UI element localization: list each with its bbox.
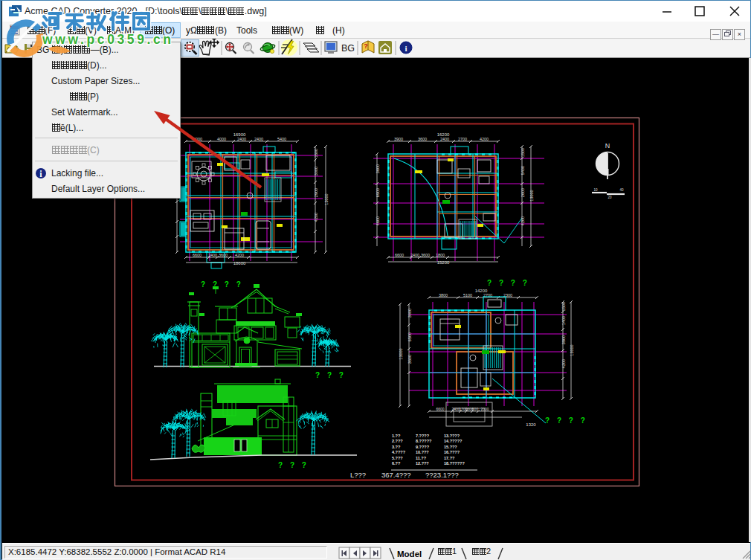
svg-text:6600: 6600	[193, 253, 202, 257]
svg-text:14.?????: 14.?????	[444, 439, 462, 443]
svg-text:1320: 1320	[526, 422, 536, 427]
svg-text:10: 10	[593, 188, 598, 192]
svg-text:2400: 2400	[410, 253, 419, 257]
svg-text:6.??: 6.??	[392, 461, 401, 466]
svg-text:3600: 3600	[407, 355, 412, 364]
svg-text:18.??????: 18.??????	[444, 461, 465, 466]
svg-text:13000: 13000	[529, 190, 534, 201]
svg-text:2400: 2400	[237, 137, 246, 141]
svg-text:11.??: 11.??	[416, 456, 427, 460]
svg-text:2400: 2400	[208, 253, 217, 257]
svg-text:3000: 3000	[314, 167, 318, 176]
svg-text:10.???: 10.???	[416, 450, 429, 454]
svg-text:1600: 1600	[314, 149, 318, 158]
svg-text:3600: 3600	[219, 253, 228, 257]
svg-text:1500: 1500	[561, 302, 566, 311]
svg-text:9.????: 9.????	[416, 445, 430, 449]
svg-text:600: 600	[472, 407, 479, 411]
svg-text:2900: 2900	[314, 188, 318, 197]
svg-text:? ? ?: ? ? ?	[278, 461, 309, 469]
svg-text:2.???: 2.???	[392, 439, 403, 443]
svg-text:1800: 1800	[436, 253, 445, 257]
svg-text:17.??: 17.??	[444, 456, 455, 460]
svg-text:15.???: 15.???	[444, 445, 457, 449]
svg-text:??23.1???: ??23.1???	[425, 471, 459, 479]
svg-text:6900: 6900	[376, 188, 380, 197]
svg-text:4200: 4200	[520, 216, 525, 225]
svg-text:1500: 1500	[520, 148, 525, 157]
svg-text:3600: 3600	[376, 164, 380, 173]
svg-text:13000: 13000	[570, 344, 574, 355]
svg-text:40: 40	[619, 188, 624, 192]
svg-text:12.???: 12.???	[416, 461, 429, 466]
svg-text:367.4???: 367.4???	[381, 471, 411, 479]
svg-text:?: ?	[364, 42, 368, 50]
svg-text:16.????: 16.????	[444, 450, 460, 454]
svg-text:BG: BG	[341, 43, 355, 54]
svg-text:4600: 4600	[376, 216, 380, 225]
svg-text:4000: 4000	[217, 137, 226, 141]
svg-text:3900: 3900	[561, 335, 566, 344]
svg-text:4200: 4200	[480, 137, 489, 141]
svg-text:3800: 3800	[439, 293, 448, 297]
svg-text:13000: 13000	[324, 193, 329, 205]
svg-text:6600: 6600	[436, 407, 444, 411]
svg-text:1400: 1400	[561, 316, 566, 325]
svg-text:20: 20	[607, 196, 612, 199]
svg-text:2000: 2000	[480, 407, 489, 411]
svg-text:4000: 4000	[193, 137, 202, 141]
svg-text:2400: 2400	[440, 137, 449, 141]
svg-text:Model: Model	[397, 550, 422, 559]
svg-text:2700: 2700	[458, 137, 467, 141]
svg-text:7.????: 7.????	[416, 434, 430, 438]
svg-text:3.??: 3.??	[392, 445, 401, 449]
svg-text:13000: 13000	[399, 348, 403, 359]
svg-text:4200: 4200	[235, 253, 244, 257]
svg-text:3900: 3900	[394, 137, 403, 141]
svg-text:13.????: 13.????	[444, 434, 460, 438]
svg-text:3000: 3000	[407, 309, 412, 318]
svg-text:5.???: 5.???	[392, 456, 403, 460]
svg-text:4.????: 4.????	[392, 450, 406, 454]
svg-text:? ? ?: ? ? ?	[315, 371, 346, 379]
svg-text:4200: 4200	[561, 359, 566, 368]
svg-text:8.?????: 8.?????	[416, 439, 432, 443]
svg-text:15200: 15200	[437, 260, 450, 265]
svg-text:6600: 6600	[395, 253, 404, 257]
svg-text:5100: 5100	[463, 293, 472, 297]
svg-text:? ? ? ?: ? ? ? ?	[487, 279, 529, 287]
svg-text:5400: 5400	[520, 166, 525, 175]
svg-text:L???: L???	[350, 471, 366, 479]
svg-text:5400: 5400	[277, 137, 286, 141]
svg-text:3600: 3600	[421, 253, 430, 257]
svg-text:i: i	[404, 44, 407, 53]
svg-text:? ? ? ?: ? ? ? ?	[201, 280, 243, 289]
svg-text:2400: 2400	[254, 137, 263, 141]
svg-text:1.??: 1.??	[392, 434, 401, 438]
svg-text:18600: 18600	[233, 261, 246, 265]
svg-text:4200: 4200	[314, 213, 318, 222]
svg-text:N: N	[605, 142, 610, 149]
svg-text:6500: 6500	[407, 332, 412, 341]
svg-text:? ? ? ?: ? ? ? ?	[545, 416, 587, 425]
svg-text:2600: 2600	[520, 188, 525, 197]
svg-text:3600: 3600	[418, 137, 427, 141]
